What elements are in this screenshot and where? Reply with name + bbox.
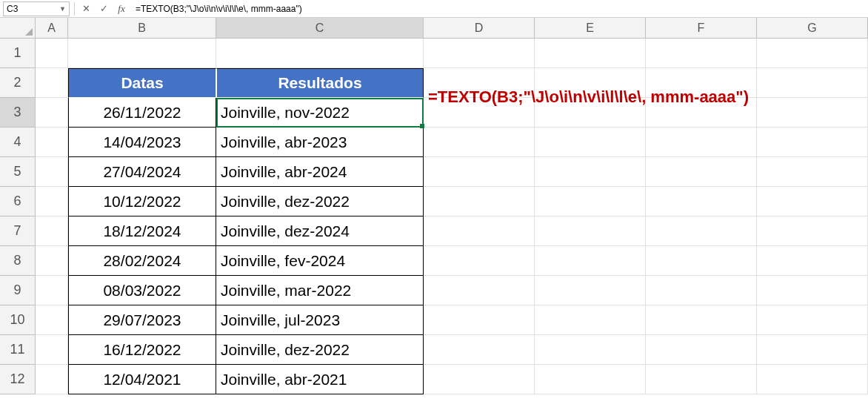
cell-a2[interactable]: [36, 68, 68, 98]
cell-d6[interactable]: [424, 187, 535, 216]
row-header-6[interactable]: 6: [0, 187, 36, 216]
col-header-c[interactable]: C: [216, 18, 424, 39]
cell-f1[interactable]: [646, 39, 757, 68]
cell-d7[interactable]: [424, 216, 535, 246]
cell-g10[interactable]: [757, 305, 868, 335]
row-header-1[interactable]: 1: [0, 39, 36, 68]
cell-a1[interactable]: [36, 39, 68, 68]
cell-a11[interactable]: [36, 335, 68, 365]
fx-icon[interactable]: fx: [115, 2, 128, 16]
cell-b6[interactable]: 10/12/2022: [68, 187, 216, 216]
col-header-d[interactable]: D: [424, 18, 535, 39]
cell-e9[interactable]: [535, 276, 646, 305]
cell-e8[interactable]: [535, 246, 646, 276]
cell-c12[interactable]: Joinville, abr-2021: [216, 365, 424, 394]
cell-f9[interactable]: [646, 276, 757, 305]
cell-d1[interactable]: [424, 39, 535, 68]
cell-d9[interactable]: [424, 276, 535, 305]
cell-f12[interactable]: [646, 365, 757, 394]
row-header-10[interactable]: 10: [0, 305, 36, 335]
row-header-5[interactable]: 5: [0, 157, 36, 187]
cell-b1[interactable]: [68, 39, 216, 68]
cell-c4[interactable]: Joinville, abr-2023: [216, 128, 424, 157]
cell-f10[interactable]: [646, 305, 757, 335]
cell-f7[interactable]: [646, 216, 757, 246]
cell-e4[interactable]: [535, 128, 646, 157]
cell-g2[interactable]: [757, 68, 868, 98]
cell-f5[interactable]: [646, 157, 757, 187]
cell-a8[interactable]: [36, 246, 68, 276]
row-header-8[interactable]: 8: [0, 246, 36, 276]
row-header-7[interactable]: 7: [0, 216, 36, 246]
row-header-12[interactable]: 12: [0, 365, 36, 394]
row-header-3[interactable]: 3: [0, 98, 36, 128]
cell-g12[interactable]: [757, 365, 868, 394]
cell-d12[interactable]: [424, 365, 535, 394]
col-header-a[interactable]: A: [36, 18, 68, 39]
cell-e12[interactable]: [535, 365, 646, 394]
cell-c10[interactable]: Joinville, jul-2023: [216, 305, 424, 335]
cell-a10[interactable]: [36, 305, 68, 335]
cell-e1[interactable]: [535, 39, 646, 68]
row-header-2[interactable]: 2: [0, 68, 36, 98]
row-header-11[interactable]: 11: [0, 335, 36, 365]
cell-c8[interactable]: Joinville, fev-2024: [216, 246, 424, 276]
cell-e10[interactable]: [535, 305, 646, 335]
cell-b4[interactable]: 14/04/2023: [68, 128, 216, 157]
col-header-b[interactable]: B: [68, 18, 216, 39]
cell-e5[interactable]: [535, 157, 646, 187]
cell-g8[interactable]: [757, 246, 868, 276]
name-box[interactable]: C3 ▼: [3, 1, 70, 16]
select-all-corner[interactable]: [0, 18, 36, 39]
accept-icon[interactable]: ✓: [97, 2, 110, 16]
cell-c6[interactable]: Joinville, dez-2022: [216, 187, 424, 216]
cell-c3[interactable]: Joinville, nov-2022: [216, 98, 424, 128]
cancel-icon[interactable]: ✕: [79, 2, 93, 16]
cell-g9[interactable]: [757, 276, 868, 305]
cell-g11[interactable]: [757, 335, 868, 365]
cell-a4[interactable]: [36, 128, 68, 157]
col-header-g[interactable]: G: [757, 18, 868, 39]
cell-e11[interactable]: [535, 335, 646, 365]
col-header-e[interactable]: E: [535, 18, 646, 39]
cell-d4[interactable]: [424, 128, 535, 157]
col-header-f[interactable]: F: [646, 18, 757, 39]
cell-c9[interactable]: Joinville, mar-2022: [216, 276, 424, 305]
cell-d11[interactable]: [424, 335, 535, 365]
cell-b2[interactable]: Datas: [68, 68, 216, 98]
cell-g6[interactable]: [757, 187, 868, 216]
cell-c1[interactable]: [216, 39, 424, 68]
cell-b9[interactable]: 08/03/2022: [68, 276, 216, 305]
row-header-9[interactable]: 9: [0, 276, 36, 305]
cell-b3[interactable]: 26/11/2022: [68, 98, 216, 128]
formula-input[interactable]: =TEXTO(B3;"\J\o\i\n\v\i\l\l\e\, mmm-aaaa…: [133, 1, 865, 16]
cell-g5[interactable]: [757, 157, 868, 187]
cell-b7[interactable]: 18/12/2024: [68, 216, 216, 246]
cell-b10[interactable]: 29/07/2023: [68, 305, 216, 335]
cell-f4[interactable]: [646, 128, 757, 157]
cell-b8[interactable]: 28/02/2024: [68, 246, 216, 276]
cell-a12[interactable]: [36, 365, 68, 394]
cell-a3[interactable]: [36, 98, 68, 128]
cell-g7[interactable]: [757, 216, 868, 246]
cell-d5[interactable]: [424, 157, 535, 187]
cell-a5[interactable]: [36, 157, 68, 187]
cell-f11[interactable]: [646, 335, 757, 365]
cell-d8[interactable]: [424, 246, 535, 276]
cell-g1[interactable]: [757, 39, 868, 68]
cell-d10[interactable]: [424, 305, 535, 335]
cell-c2[interactable]: Resultados: [216, 68, 424, 98]
cell-c11[interactable]: Joinville, dez-2022: [216, 335, 424, 365]
cell-c5[interactable]: Joinville, abr-2024: [216, 157, 424, 187]
cell-b5[interactable]: 27/04/2024: [68, 157, 216, 187]
cell-f6[interactable]: [646, 187, 757, 216]
cell-f8[interactable]: [646, 246, 757, 276]
cell-c7[interactable]: Joinville, dez-2024: [216, 216, 424, 246]
cell-g4[interactable]: [757, 128, 868, 157]
cell-a9[interactable]: [36, 276, 68, 305]
cell-e6[interactable]: [535, 187, 646, 216]
chevron-down-icon[interactable]: ▼: [59, 5, 66, 13]
cell-e7[interactable]: [535, 216, 646, 246]
cell-a7[interactable]: [36, 216, 68, 246]
cell-a6[interactable]: [36, 187, 68, 216]
